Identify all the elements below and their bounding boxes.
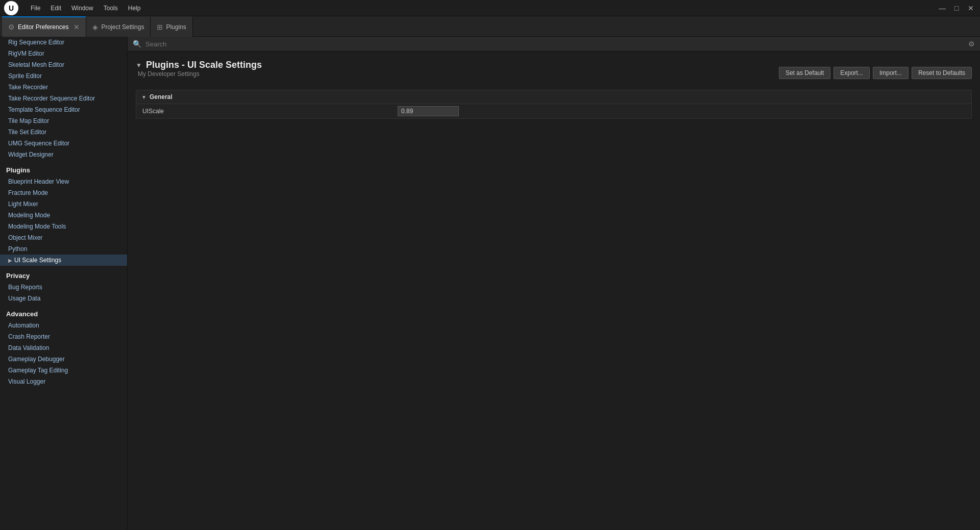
sidebar-item-gameplay-debugger[interactable]: Gameplay Debugger <box>0 354 127 365</box>
tab-editor-preferences[interactable]: ⚙ Editor Preferences ✕ <box>2 16 86 37</box>
title-bar-right: — □ ✕ <box>937 3 976 13</box>
page-title-row: ▼ Plugins - UI Scale Settings <box>136 60 262 70</box>
tab-editor-preferences-close[interactable]: ✕ <box>74 23 80 31</box>
sidebar-item-modeling-mode-tools[interactable]: Modeling Mode Tools <box>0 221 127 232</box>
main-layout: Rig Sequence Editor RigVM Editor Skeleta… <box>0 37 980 530</box>
section-general-label: General <box>150 93 173 100</box>
sidebar-section-privacy: Privacy <box>0 266 127 282</box>
content-body: ▼ Plugins - UI Scale Settings My Develop… <box>128 52 980 530</box>
title-bar-left: U File Edit Window Tools Help <box>4 1 144 15</box>
page-header: ▼ Plugins - UI Scale Settings My Develop… <box>136 60 972 86</box>
sidebar-item-automation[interactable]: Automation <box>0 320 127 331</box>
sidebar-item-gameplay-tag-editing[interactable]: Gameplay Tag Editing <box>0 365 127 376</box>
uiscale-input[interactable] <box>398 106 459 116</box>
menu-tools[interactable]: Tools <box>100 4 122 13</box>
sidebar-item-ui-scale-settings-label: UI Scale Settings <box>14 257 61 264</box>
page-title-wrapper: ▼ Plugins - UI Scale Settings My Develop… <box>136 60 262 86</box>
set-as-default-button[interactable]: Set as Default <box>779 67 830 79</box>
sidebar-item-template-sequence-editor[interactable]: Template Sequence Editor <box>0 104 127 115</box>
settings-row-uiscale: UIScale <box>136 104 971 118</box>
tab-plugins-label: Plugins <box>166 23 186 31</box>
search-settings-icon[interactable]: ⚙ <box>968 40 975 48</box>
settings-value-uiscale <box>398 106 965 116</box>
sidebar-section-advanced: Advanced <box>0 304 127 320</box>
sidebar-item-tile-map-editor[interactable]: Tile Map Editor <box>0 115 127 127</box>
page-title-arrow: ▼ <box>136 62 142 69</box>
menu-file[interactable]: File <box>27 4 44 13</box>
sidebar-section-plugins: Plugins <box>0 160 127 176</box>
sidebar-item-ui-scale-settings[interactable]: ▶ UI Scale Settings <box>0 255 127 266</box>
sidebar-item-bug-reports[interactable]: Bug Reports <box>0 282 127 293</box>
reset-to-defaults-button[interactable]: Reset to Defaults <box>912 67 972 79</box>
search-bar: 🔍 ⚙ <box>128 37 980 52</box>
sidebar-item-python[interactable]: Python <box>0 243 127 255</box>
sidebar-item-modeling-mode[interactable]: Modeling Mode <box>0 210 127 221</box>
menu-help[interactable]: Help <box>124 4 145 13</box>
sidebar-item-usage-data[interactable]: Usage Data <box>0 293 127 304</box>
sidebar-item-tile-set-editor[interactable]: Tile Set Editor <box>0 127 127 138</box>
sidebar-item-object-mixer[interactable]: Object Mixer <box>0 232 127 243</box>
content-area: 🔍 ⚙ ▼ Plugins - UI Scale Settings My Dev… <box>128 37 980 530</box>
tab-editor-preferences-label: Editor Preferences <box>18 23 68 31</box>
section-general-arrow: ▼ <box>141 94 146 100</box>
tab-project-settings[interactable]: ◈ Project Settings <box>86 16 151 37</box>
plugins-icon: ⊞ <box>157 23 163 31</box>
sidebar-item-visual-logger[interactable]: Visual Logger <box>0 376 127 387</box>
tab-plugins[interactable]: ⊞ Plugins <box>151 16 192 37</box>
sidebar-item-sprite-editor[interactable]: Sprite Editor <box>0 70 127 82</box>
ue-logo: U <box>4 1 18 15</box>
sidebar-item-light-mixer[interactable]: Light Mixer <box>0 198 127 210</box>
minimize-button[interactable]: — <box>937 3 947 13</box>
page-title: Plugins - UI Scale Settings <box>146 60 262 70</box>
close-button[interactable]: ✕ <box>966 3 976 13</box>
sidebar: Rig Sequence Editor RigVM Editor Skeleta… <box>0 37 128 530</box>
ui-scale-settings-arrow: ▶ <box>8 258 12 263</box>
sidebar-item-rigvm-editor[interactable]: RigVM Editor <box>0 48 127 59</box>
title-bar: U File Edit Window Tools Help — □ ✕ <box>0 0 980 16</box>
sidebar-item-crash-reporter[interactable]: Crash Reporter <box>0 331 127 342</box>
project-settings-icon: ◈ <box>92 23 98 31</box>
settings-section-general: ▼ General UIScale <box>136 90 972 119</box>
sidebar-item-data-validation[interactable]: Data Validation <box>0 342 127 354</box>
editor-preferences-icon: ⚙ <box>8 23 15 31</box>
import-button[interactable]: Import... <box>873 67 909 79</box>
export-button[interactable]: Export... <box>834 67 870 79</box>
sidebar-item-take-recorder-sequence-editor[interactable]: Take Recorder Sequence Editor <box>0 93 127 104</box>
tab-project-settings-label: Project Settings <box>101 23 144 31</box>
sidebar-item-fracture-mode[interactable]: Fracture Mode <box>0 187 127 198</box>
search-input[interactable] <box>145 40 964 48</box>
search-icon: 🔍 <box>133 40 141 48</box>
restore-button[interactable]: □ <box>951 3 962 13</box>
section-header-general[interactable]: ▼ General <box>136 90 971 104</box>
menu-edit[interactable]: Edit <box>46 4 65 13</box>
sidebar-item-skeletal-mesh-editor[interactable]: Skeletal Mesh Editor <box>0 59 127 70</box>
menu-window[interactable]: Window <box>67 4 97 13</box>
sidebar-item-rig-sequence-editor[interactable]: Rig Sequence Editor <box>0 37 127 48</box>
settings-label-uiscale: UIScale <box>142 108 398 115</box>
menu-bar: File Edit Window Tools Help <box>27 4 144 13</box>
sidebar-item-take-recorder[interactable]: Take Recorder <box>0 82 127 93</box>
sidebar-item-widget-designer[interactable]: Widget Designer <box>0 149 127 160</box>
tabs-row: ⚙ Editor Preferences ✕ ◈ Project Setting… <box>0 16 980 37</box>
sidebar-item-umg-sequence-editor[interactable]: UMG Sequence Editor <box>0 138 127 149</box>
page-actions: Set as Default Export... Import... Reset… <box>779 67 972 79</box>
sidebar-item-blueprint-header-view[interactable]: Blueprint Header View <box>0 176 127 187</box>
page-subtitle: My Developer Settings <box>138 70 262 78</box>
